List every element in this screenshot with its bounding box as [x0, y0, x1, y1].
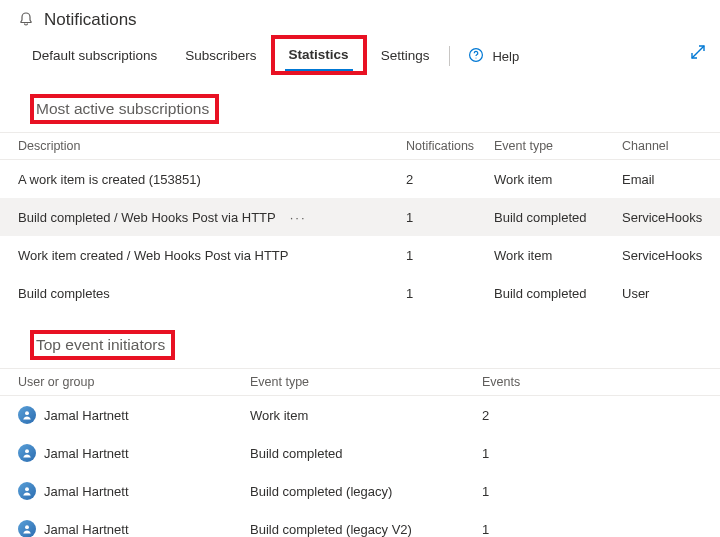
table-row[interactable]: Build completes 1 Build completed User	[0, 274, 720, 312]
avatar	[18, 406, 36, 424]
table-header: Description Notifications Event type Cha…	[0, 133, 720, 160]
svg-point-3	[25, 449, 29, 453]
table-row[interactable]: Work item created / Web Hooks Post via H…	[0, 236, 720, 274]
user-name: Jamal Hartnett	[44, 408, 129, 423]
expand-icon[interactable]	[690, 44, 706, 63]
cell-notifications: 1	[406, 210, 494, 225]
user-name: Jamal Hartnett	[44, 446, 129, 461]
cell-event-type: Work item	[494, 172, 622, 187]
cell-description: Build completes	[18, 286, 406, 301]
cell-event-type: Build completed (legacy V2)	[250, 522, 482, 537]
tab-subscribers[interactable]: Subscribers	[171, 36, 270, 76]
col-event-type[interactable]: Event type	[250, 375, 482, 389]
avatar	[18, 444, 36, 462]
cell-event-type: Work item	[250, 408, 482, 423]
avatar	[18, 482, 36, 500]
notifications-icon	[18, 11, 34, 30]
cell-user: Jamal Hartnett	[18, 520, 250, 537]
user-name: Jamal Hartnett	[44, 484, 129, 499]
section-most-active: Most active subscriptions	[30, 94, 219, 124]
table-row[interactable]: Build completed / Web Hooks Post via HTT…	[0, 198, 720, 236]
cell-events: 1	[482, 446, 702, 461]
col-event-type[interactable]: Event type	[494, 139, 622, 153]
cell-event-type: Build completed (legacy)	[250, 484, 482, 499]
cell-description: A work item is created (153851)	[18, 172, 406, 187]
svg-point-1	[476, 57, 477, 58]
col-events[interactable]: Events	[482, 375, 702, 389]
separator	[449, 46, 450, 66]
cell-user: Jamal Hartnett	[18, 482, 250, 500]
page-title: Notifications	[44, 10, 137, 30]
cell-notifications: 1	[406, 286, 494, 301]
col-channel[interactable]: Channel	[622, 139, 702, 153]
svg-point-2	[25, 411, 29, 415]
page-header: Notifications	[0, 0, 720, 36]
table-header: User or group Event type Events	[0, 369, 720, 396]
table-row[interactable]: Jamal Hartnett Work item 2	[0, 396, 720, 434]
tab-default-subscriptions[interactable]: Default subscriptions	[18, 36, 171, 76]
cell-event-type: Build completed	[250, 446, 482, 461]
cell-notifications: 1	[406, 248, 494, 263]
help-label: Help	[492, 49, 519, 64]
cell-event-type: Work item	[494, 248, 622, 263]
cell-events: 1	[482, 522, 702, 537]
cell-event-type: Build completed	[494, 286, 622, 301]
cell-events: 1	[482, 484, 702, 499]
help-link[interactable]: Help	[456, 47, 531, 66]
cell-channel: ServiceHooks	[622, 248, 702, 263]
help-icon	[468, 47, 484, 66]
cell-description: Build completed / Web Hooks Post via HTT…	[18, 210, 406, 225]
avatar	[18, 520, 36, 537]
tab-bar: Default subscriptions Subscribers Statis…	[0, 36, 720, 76]
cell-events: 2	[482, 408, 702, 423]
cell-event-type: Build completed	[494, 210, 622, 225]
user-name: Jamal Hartnett	[44, 522, 129, 537]
table-row[interactable]: Jamal Hartnett Build completed 1	[0, 434, 720, 472]
svg-point-4	[25, 487, 29, 491]
cell-user: Jamal Hartnett	[18, 406, 250, 424]
cell-notifications: 2	[406, 172, 494, 187]
cell-channel: ServiceHooks	[622, 210, 702, 225]
tab-statistics[interactable]: Statistics	[271, 35, 367, 75]
col-description[interactable]: Description	[18, 139, 406, 153]
initiators-table: User or group Event type Events Jamal Ha…	[0, 368, 720, 537]
section-top-initiators: Top event initiators	[30, 330, 175, 360]
svg-point-5	[25, 525, 29, 529]
col-user[interactable]: User or group	[18, 375, 250, 389]
cell-user: Jamal Hartnett	[18, 444, 250, 462]
cell-channel: User	[622, 286, 702, 301]
cell-description: Work item created / Web Hooks Post via H…	[18, 248, 406, 263]
more-icon[interactable]: ···	[276, 210, 321, 225]
cell-channel: Email	[622, 172, 702, 187]
table-row[interactable]: Jamal Hartnett Build completed (legacy) …	[0, 472, 720, 510]
tab-settings[interactable]: Settings	[367, 36, 444, 76]
table-row[interactable]: A work item is created (153851) 2 Work i…	[0, 160, 720, 198]
table-row[interactable]: Jamal Hartnett Build completed (legacy V…	[0, 510, 720, 537]
col-notifications[interactable]: Notifications	[406, 139, 494, 153]
subscriptions-table: Description Notifications Event type Cha…	[0, 132, 720, 312]
